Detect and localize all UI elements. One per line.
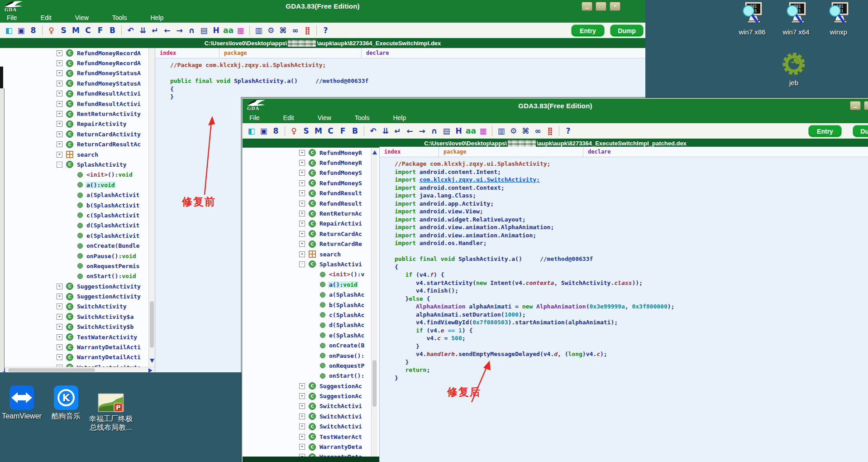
menu-item[interactable]: Edit [283, 114, 294, 121]
tree-item[interactable]: + ReturnCardActivity [0, 129, 155, 139]
tree-item[interactable]: + search [0, 149, 155, 159]
tree-item[interactable]: onStart(): [243, 371, 379, 381]
expand-toggle-icon[interactable]: + [299, 393, 305, 399]
goto-icon[interactable]: ↵ [150, 26, 160, 35]
command-icon[interactable]: ⌘ [520, 126, 531, 135]
expand-toggle-icon[interactable]: + [57, 101, 62, 107]
open-book-icon[interactable]: ◧ [4, 26, 14, 35]
tree-item[interactable]: + TestWaterActivity [0, 332, 155, 342]
forward-icon[interactable]: → [174, 26, 185, 35]
menu-item[interactable]: Tools [112, 14, 127, 21]
tree-item[interactable]: + ReturnCardResultAc [0, 140, 155, 149]
tree-vertical-scrollbar[interactable] [148, 48, 155, 367]
back-icon[interactable]: ← [405, 126, 415, 135]
expand-toggle-icon[interactable]: + [57, 131, 62, 137]
undo-icon[interactable]: ↶ [368, 126, 378, 135]
link-icon[interactable]: 8 [271, 126, 281, 135]
desktop-icon-win7-x64[interactable]: 101 011 win7 x64 [778, 1, 814, 36]
expand-toggle-icon[interactable]: + [299, 444, 305, 450]
tree-item[interactable]: + RefundMoneyRecordA [0, 58, 155, 68]
tree-item[interactable]: e(SplashActivit [0, 231, 155, 241]
field-icon[interactable]: F [338, 126, 348, 135]
rings-icon[interactable]: ∞ [290, 26, 300, 35]
titlebar[interactable]: GDA GDA3.83(Free Edition) ▁□× [0, 0, 645, 13]
desktop-icon-kugou[interactable]: K 酷狗音乐 [44, 385, 88, 420]
tree-item[interactable]: + RentReturnActivity [0, 109, 155, 119]
tree-item[interactable]: b(SplashAc [243, 300, 379, 310]
tree-item[interactable]: + SwitchActivi [243, 422, 379, 432]
android-head-icon[interactable]: ∩ [429, 126, 439, 135]
expand-toggle-icon[interactable]: + [299, 160, 305, 166]
dump-button[interactable]: Dump [853, 125, 868, 137]
save-icon[interactable]: ▣ [258, 126, 269, 135]
tree-item[interactable]: a():void [0, 180, 155, 190]
tree-item[interactable]: + WaterElectricityAc [0, 362, 155, 367]
color-grid-icon[interactable]: ▦ [478, 126, 488, 135]
menu-item[interactable]: View [75, 14, 89, 21]
rings-icon[interactable]: ∞ [533, 126, 543, 135]
tree-item[interactable]: + SwitchActivity$b [0, 322, 155, 332]
tree-item[interactable]: + RefundMoneyS [243, 168, 379, 178]
expand-toggle-icon[interactable]: + [57, 303, 62, 309]
expand-toggle-icon[interactable]: + [57, 81, 62, 87]
expand-toggle-icon[interactable]: + [299, 211, 305, 217]
tree-item[interactable]: <init>():void [0, 170, 155, 180]
expand-toggle-icon[interactable]: + [57, 284, 62, 289]
tree-item[interactable]: + SuggestionActivity [0, 291, 155, 301]
menu-item[interactable]: Edit [41, 14, 52, 21]
scrollbar-thumb[interactable] [372, 360, 377, 407]
help-icon[interactable]: ? [320, 26, 331, 35]
expand-toggle-icon[interactable]: + [299, 180, 305, 186]
class-icon[interactable]: C [325, 126, 336, 135]
jump-down-icon[interactable]: ⇊ [380, 126, 391, 135]
scroll-right-icon[interactable] [148, 368, 153, 372]
desktop-icon-ppt-file[interactable]: P 幸福工厂终极 总线布局教... [86, 393, 136, 432]
window-control-button[interactable]: ▁ [850, 101, 861, 110]
expand-toggle-icon[interactable]: + [299, 170, 305, 176]
tree-item[interactable]: + SuggestionAc [243, 381, 379, 391]
expand-toggle-icon[interactable]: + [299, 251, 305, 257]
window-control-button[interactable]: × [610, 2, 620, 11]
menu-item[interactable]: Help [150, 14, 163, 21]
tree-item[interactable]: + WarrantyDetailActi [0, 352, 155, 362]
tree-item[interactable]: + search [243, 249, 379, 259]
column-package[interactable]: package [439, 147, 583, 157]
expand-toggle-icon[interactable]: + [57, 334, 62, 340]
expand-toggle-icon[interactable]: + [299, 241, 305, 247]
apk-icon[interactable]: ⚙ [266, 26, 276, 35]
tree-item[interactable]: onStart():void [0, 271, 155, 281]
bytecode-icon[interactable]: B [350, 126, 360, 135]
desktop-icon-winxp[interactable]: 101 011 winxp [820, 1, 857, 36]
expand-toggle-icon[interactable]: + [299, 383, 305, 389]
tree-vertical-scrollbar[interactable] [371, 148, 377, 457]
tree-item[interactable]: b(SplashActivit [0, 200, 155, 210]
expand-toggle-icon[interactable]: + [57, 152, 62, 158]
expand-toggle-icon[interactable]: + [57, 344, 62, 350]
dump-button[interactable]: Dump [610, 24, 644, 37]
expand-toggle-icon[interactable]: + [299, 190, 305, 196]
window-control-button[interactable]: ▁ [582, 2, 592, 11]
column-index[interactable]: index [380, 147, 439, 157]
scrollbar-thumb[interactable] [150, 301, 154, 348]
tree-item[interactable]: + RefundResult [243, 198, 379, 208]
tree-item[interactable]: + SuggestionActivity [0, 281, 155, 291]
titlebar[interactable]: GDA GDA3.83(Free Edition) ▁□ [243, 99, 868, 112]
entry-button[interactable]: Entry [808, 125, 842, 137]
dot-grid-icon[interactable]: ⣿ [302, 26, 313, 35]
link-icon[interactable]: 8 [28, 26, 38, 35]
expand-toggle-icon[interactable]: - [299, 261, 305, 267]
tree-item[interactable]: onCreate(Bundle [0, 241, 155, 250]
tree-item[interactable]: a(SplashActivit [0, 190, 155, 200]
tree-item[interactable]: onRequestP [243, 361, 379, 371]
scrollbar-thumb[interactable] [8, 368, 95, 372]
column-index[interactable]: index [155, 48, 219, 58]
open-book-icon[interactable]: ◧ [246, 126, 257, 135]
xml-icon[interactable]: ▥ [496, 126, 506, 135]
desktop-icon-jeb[interactable]: jeb [777, 51, 811, 87]
window-control-button[interactable]: □ [864, 101, 868, 110]
tree-item[interactable]: - SplashActivi [243, 259, 379, 269]
tree-item[interactable]: + SwitchActivity$a [0, 312, 155, 322]
expand-toggle-icon[interactable]: + [57, 121, 62, 127]
desktop-icon-win7-x86[interactable]: 101 011 win7 x86 [734, 1, 770, 36]
decompiled-code[interactable]: //Package com.klcxkj.zqxy.ui.SplashActiv… [155, 58, 645, 101]
